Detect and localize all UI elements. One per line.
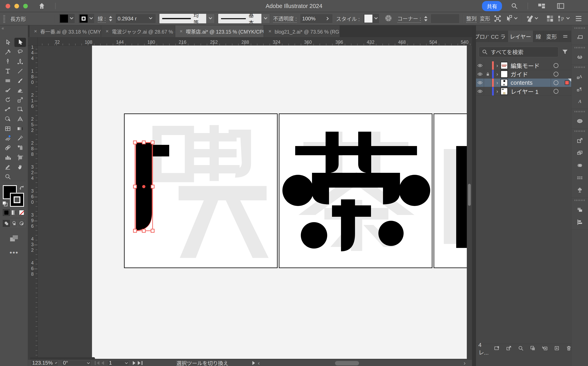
dock-grip-icon[interactable] xyxy=(575,111,585,112)
opacity-field[interactable]: 100% xyxy=(300,14,333,23)
canvas-viewport[interactable] xyxy=(38,46,472,366)
none-button[interactable] xyxy=(18,209,25,216)
panel-tab-1[interactable]: プロパ xyxy=(476,30,489,42)
width-tool[interactable] xyxy=(2,105,14,114)
layer-name[interactable]: contents xyxy=(511,79,551,86)
eyedropper-tool[interactable] xyxy=(14,134,26,143)
direct-selection-tool[interactable] xyxy=(14,38,26,47)
draw-normal-button[interactable] xyxy=(3,220,10,227)
layer-thumbnail[interactable] xyxy=(501,62,508,69)
layer-name[interactable]: レイヤー 1 xyxy=(511,87,551,96)
type-tool[interactable] xyxy=(2,67,14,76)
expand-chevron-icon[interactable]: › xyxy=(494,87,501,96)
draw-inside-button[interactable] xyxy=(18,220,25,227)
brush-definition-dropdown[interactable]: 基本 xyxy=(218,14,270,23)
stroke-swatch[interactable] xyxy=(80,15,88,23)
fill-swatch[interactable] xyxy=(60,15,68,23)
lock-icon[interactable] xyxy=(484,87,492,96)
horizontal-scrollbar-edge[interactable] xyxy=(30,357,95,360)
zoom-level-dropdown[interactable]: 123.15% xyxy=(30,360,58,366)
delete-layer-icon[interactable] xyxy=(566,345,572,353)
artboard-number-dropdown[interactable]: 1 xyxy=(107,360,129,366)
new-layer-icon[interactable] xyxy=(554,345,560,353)
fill-color-dropdown[interactable] xyxy=(59,14,75,23)
corner-stepper[interactable] xyxy=(424,16,427,21)
ruler-corner[interactable] xyxy=(28,37,38,46)
panel-menu-icon[interactable] xyxy=(559,30,571,42)
layers-search-input[interactable]: すべてを検索 xyxy=(479,47,558,57)
slice-tool[interactable] xyxy=(2,162,14,172)
curvature-pen-tool[interactable] xyxy=(14,57,26,66)
panel-tab-4[interactable]: 線 xyxy=(533,30,544,42)
document-tab-4[interactable]: ×blog21_2.ai* @ 73.56 % (RGB/CPU プレ... xyxy=(264,25,340,37)
close-icon[interactable]: × xyxy=(106,28,109,34)
shaper-tool[interactable] xyxy=(2,86,14,95)
collect-for-export-icon[interactable] xyxy=(494,345,500,353)
close-icon[interactable]: × xyxy=(268,28,271,34)
horizontal-ruler[interactable]: 72 108 144 180 216 252 288 324 360 396 4… xyxy=(38,37,472,46)
stroke-weight-label[interactable]: 線 : xyxy=(98,15,106,23)
line-segment-tool[interactable] xyxy=(14,67,26,76)
symbols-panel-icon[interactable] xyxy=(575,186,584,195)
layer-row-3[interactable]: › contents xyxy=(476,78,571,87)
transform-link[interactable]: 変形 xyxy=(480,15,490,23)
panel-tab-3[interactable]: レイヤー xyxy=(508,30,533,42)
pen-tool[interactable] xyxy=(2,57,14,66)
chevron-left-icon[interactable]: ‹ xyxy=(258,360,260,366)
rotate-tool[interactable] xyxy=(2,95,14,105)
expand-chevron-icon[interactable]: › xyxy=(494,61,501,70)
align-panel-icon[interactable] xyxy=(575,218,584,227)
vertical-ruler[interactable]: 144 180 216 252 288 324 360 396 432 468 xyxy=(28,46,38,366)
shaper-options-dropdown[interactable] xyxy=(525,14,540,23)
zoom-tool[interactable] xyxy=(2,172,14,181)
default-colors-icon[interactable] xyxy=(2,201,8,208)
symbol-sprayer-tool[interactable] xyxy=(14,143,26,152)
dock-grip-icon[interactable] xyxy=(575,200,585,201)
layer-thumbnail[interactable] xyxy=(501,70,508,78)
artboards-panel-icon[interactable] xyxy=(575,33,584,42)
last-artboard-button[interactable] xyxy=(138,361,142,365)
vertical-scrollbar[interactable] xyxy=(468,184,471,206)
workspace-switcher-dropdown[interactable]: P xyxy=(557,14,571,23)
perspective-grid-tool[interactable] xyxy=(14,114,26,124)
corner-field[interactable] xyxy=(431,14,460,23)
links-panel-icon[interactable] xyxy=(575,53,584,61)
expand-chevron-icon[interactable]: › xyxy=(494,78,501,87)
stroke-weight-field[interactable]: 0.2934 r xyxy=(115,14,156,23)
search-layers-icon[interactable] xyxy=(518,345,524,353)
dock-grip-icon[interactable] xyxy=(575,47,585,48)
status-expand-icon[interactable] xyxy=(252,361,255,365)
gradient-button[interactable] xyxy=(10,209,18,216)
first-artboard-button[interactable] xyxy=(95,361,99,365)
rotation-dropdown[interactable]: 0° xyxy=(61,360,91,366)
swap-fill-stroke-icon[interactable] xyxy=(18,184,25,192)
panel-tab-5[interactable]: 変形 xyxy=(544,30,559,42)
artboard-tool[interactable] xyxy=(14,153,26,162)
dock-grip-icon[interactable] xyxy=(575,27,585,29)
expand-chevron-icon[interactable]: › xyxy=(494,70,501,78)
character-styles-panel-icon[interactable]: A xyxy=(575,72,584,81)
visibility-eye-icon[interactable] xyxy=(476,70,484,78)
chevron-right-icon[interactable]: › xyxy=(464,360,466,366)
artboard-3[interactable] xyxy=(434,114,467,268)
layer-thumbnail[interactable] xyxy=(501,88,508,95)
selection-tool[interactable] xyxy=(2,38,14,47)
stroke-color-well[interactable] xyxy=(10,193,24,207)
artboard-2[interactable] xyxy=(279,114,432,268)
draw-behind-button[interactable] xyxy=(10,220,18,227)
column-graph-tool[interactable] xyxy=(2,153,14,162)
arrange-documents-icon[interactable] xyxy=(546,15,554,23)
align-link[interactable]: 整列 xyxy=(466,15,477,23)
stroke-color-dropdown[interactable] xyxy=(78,14,94,23)
free-transform-tool[interactable] xyxy=(14,105,26,114)
layer-row-2[interactable]: › ガイド xyxy=(476,70,571,78)
artboard-overlap-panel-icon[interactable] xyxy=(575,149,584,157)
eraser-tool[interactable] xyxy=(14,86,26,95)
layer-row-1[interactable]: › 編集モード xyxy=(476,61,571,70)
close-icon[interactable]: × xyxy=(180,28,183,34)
dock-grip-icon[interactable] xyxy=(575,67,585,68)
next-artboard-button[interactable] xyxy=(133,361,135,365)
target-circle[interactable] xyxy=(551,70,561,78)
measure-tool[interactable] xyxy=(2,134,14,143)
graphic-style-dropdown[interactable] xyxy=(363,14,379,23)
